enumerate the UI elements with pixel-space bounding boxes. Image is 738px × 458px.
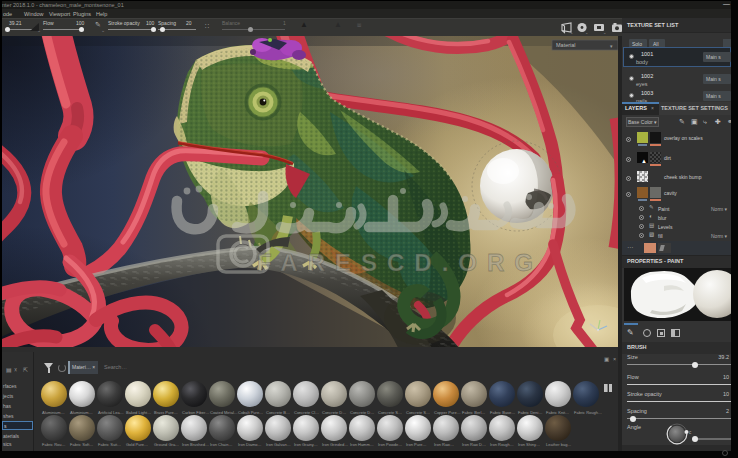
svg-text:FARESCD.ORG: FARESCD.ORG [257, 249, 543, 276]
svg-text:⌄: ⌄ [603, 30, 606, 34]
svg-text:c: c [689, 430, 692, 435]
svg-text:Material: Material [556, 42, 576, 48]
svg-text:⌄: ⌄ [570, 30, 573, 34]
svg-text:⌄: ⌄ [585, 30, 588, 34]
